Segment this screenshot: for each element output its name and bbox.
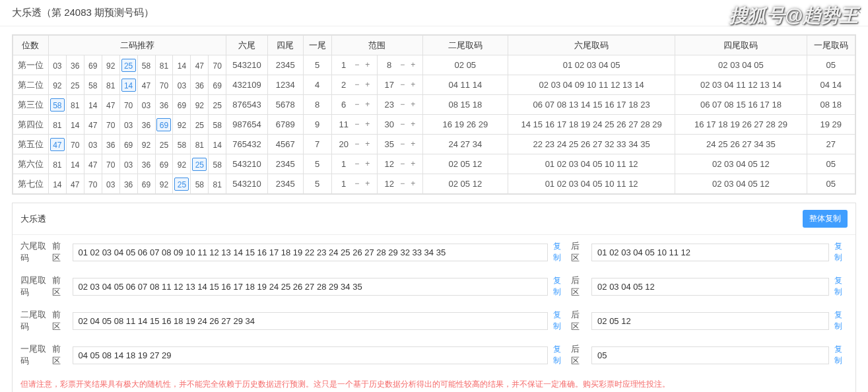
num-cell[interactable]: 36: [191, 75, 209, 95]
num-cell[interactable]: 25: [191, 115, 209, 135]
num-cell[interactable]: 14: [84, 95, 102, 115]
num-cell[interactable]: 58: [209, 154, 226, 174]
num-cell[interactable]: 58: [84, 75, 102, 95]
num-cell[interactable]: 36: [66, 55, 84, 75]
num-cell[interactable]: 81: [102, 75, 119, 95]
decrement-icon[interactable]: −: [352, 140, 362, 149]
num-cell[interactable]: 25: [173, 174, 191, 194]
num-cell[interactable]: 81: [155, 55, 173, 75]
increment-icon[interactable]: +: [363, 100, 372, 110]
num-cell[interactable]: 25: [119, 55, 137, 75]
num-cell[interactable]: 14: [66, 115, 84, 135]
increment-icon[interactable]: +: [409, 120, 418, 129]
num-cell[interactable]: 14: [173, 55, 191, 75]
num-cell[interactable]: 36: [119, 174, 137, 194]
increment-icon[interactable]: +: [409, 180, 418, 189]
num-cell[interactable]: 47: [102, 95, 119, 115]
increment-icon[interactable]: +: [363, 140, 372, 149]
num-cell[interactable]: 81: [191, 135, 209, 154]
num-cell[interactable]: 92: [173, 154, 191, 174]
increment-icon[interactable]: +: [409, 100, 418, 110]
decrement-icon[interactable]: −: [352, 100, 362, 110]
num-cell[interactable]: 69: [155, 115, 173, 135]
copy-back-link[interactable]: 复制: [834, 310, 848, 332]
num-cell[interactable]: 47: [48, 135, 66, 154]
num-cell[interactable]: 69: [119, 135, 137, 154]
num-cell[interactable]: 03: [137, 95, 155, 115]
increment-icon[interactable]: +: [363, 120, 372, 129]
increment-icon[interactable]: +: [363, 180, 372, 189]
copy-front-link[interactable]: 复制: [553, 310, 566, 332]
num-cell[interactable]: 58: [137, 55, 155, 75]
num-cell[interactable]: 03: [102, 174, 119, 194]
num-cell[interactable]: 14: [119, 75, 137, 95]
num-cell[interactable]: 58: [48, 95, 66, 115]
decrement-icon[interactable]: −: [352, 180, 362, 189]
num-cell[interactable]: 58: [173, 135, 191, 154]
copy-back-link[interactable]: 复制: [834, 344, 848, 366]
num-cell[interactable]: 69: [137, 174, 155, 194]
copy-back-link[interactable]: 复制: [834, 241, 848, 263]
num-cell[interactable]: 14: [66, 154, 84, 174]
num-cell[interactable]: 03: [119, 154, 137, 174]
num-cell[interactable]: 25: [155, 135, 173, 154]
num-cell[interactable]: 03: [48, 55, 66, 75]
decrement-icon[interactable]: −: [398, 61, 407, 70]
num-cell[interactable]: 36: [102, 135, 119, 154]
num-cell[interactable]: 03: [84, 135, 102, 154]
num-cell[interactable]: 03: [173, 75, 191, 95]
num-cell[interactable]: 14: [209, 135, 226, 154]
num-cell[interactable]: 03: [119, 115, 137, 135]
num-cell[interactable]: 70: [84, 174, 102, 194]
decrement-icon[interactable]: −: [398, 120, 407, 129]
num-cell[interactable]: 92: [173, 115, 191, 135]
increment-icon[interactable]: +: [363, 81, 372, 90]
num-cell[interactable]: 70: [209, 55, 226, 75]
num-cell[interactable]: 92: [155, 174, 173, 194]
decrement-icon[interactable]: −: [352, 120, 362, 129]
decrement-icon[interactable]: −: [352, 81, 362, 90]
copy-front-link[interactable]: 复制: [553, 241, 566, 263]
decrement-icon[interactable]: −: [398, 160, 407, 169]
num-cell[interactable]: 70: [102, 154, 119, 174]
num-cell[interactable]: 70: [102, 115, 119, 135]
increment-icon[interactable]: +: [409, 81, 418, 90]
num-cell[interactable]: 81: [66, 95, 84, 115]
increment-icon[interactable]: +: [363, 160, 372, 169]
num-cell[interactable]: 70: [119, 95, 137, 115]
num-cell[interactable]: 92: [48, 75, 66, 95]
num-cell[interactable]: 69: [173, 95, 191, 115]
num-cell[interactable]: 47: [137, 75, 155, 95]
copy-front-link[interactable]: 复制: [553, 344, 566, 366]
num-cell[interactable]: 36: [137, 115, 155, 135]
copy-back-link[interactable]: 复制: [834, 275, 848, 298]
num-cell[interactable]: 70: [66, 135, 84, 154]
num-cell[interactable]: 92: [191, 95, 209, 115]
num-cell[interactable]: 70: [155, 75, 173, 95]
num-cell[interactable]: 36: [155, 95, 173, 115]
copy-all-button[interactable]: 整体复制: [803, 210, 848, 228]
increment-icon[interactable]: +: [409, 61, 418, 70]
num-cell[interactable]: 47: [84, 154, 102, 174]
num-cell[interactable]: 69: [84, 55, 102, 75]
num-cell[interactable]: 47: [84, 115, 102, 135]
num-cell[interactable]: 69: [155, 154, 173, 174]
num-cell[interactable]: 81: [48, 154, 66, 174]
num-cell[interactable]: 25: [209, 95, 226, 115]
increment-icon[interactable]: +: [409, 140, 418, 149]
copy-front-link[interactable]: 复制: [553, 275, 566, 298]
num-cell[interactable]: 58: [191, 174, 209, 194]
num-cell[interactable]: 69: [209, 75, 226, 95]
num-cell[interactable]: 58: [209, 115, 226, 135]
num-cell[interactable]: 14: [48, 174, 66, 194]
num-cell[interactable]: 47: [66, 174, 84, 194]
decrement-icon[interactable]: −: [398, 180, 407, 189]
num-cell[interactable]: 25: [66, 75, 84, 95]
increment-icon[interactable]: +: [363, 61, 372, 70]
num-cell[interactable]: 81: [209, 174, 226, 194]
decrement-icon[interactable]: −: [398, 100, 407, 110]
num-cell[interactable]: 36: [137, 154, 155, 174]
num-cell[interactable]: 92: [137, 135, 155, 154]
decrement-icon[interactable]: −: [398, 140, 407, 149]
num-cell[interactable]: 25: [191, 154, 209, 174]
